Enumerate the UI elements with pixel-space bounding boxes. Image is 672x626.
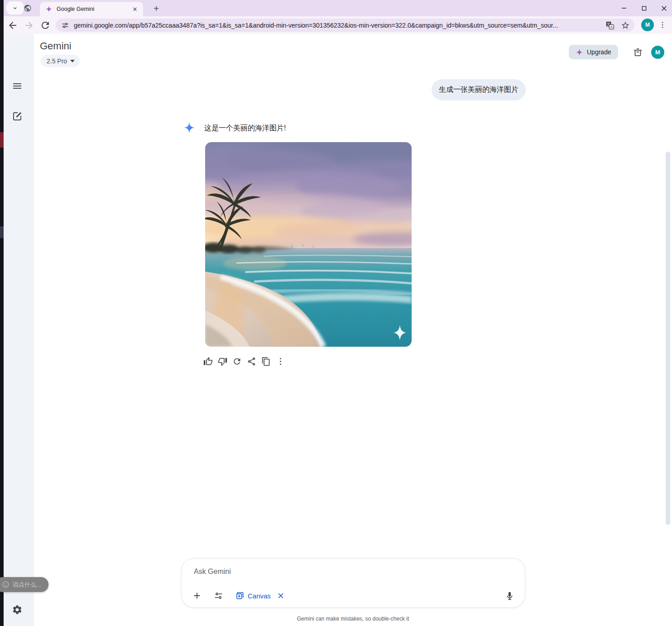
- ime-status-toast: 说点什么...: [0, 577, 48, 592]
- upgrade-label: Upgrade: [587, 48, 611, 56]
- app-title: Gemini: [40, 40, 72, 52]
- svg-text:A: A: [610, 25, 613, 29]
- canvas-remove-icon[interactable]: [277, 592, 285, 600]
- gemini-main: Gemini 2.5 Pro Upgrade M 生成一张美丽的海洋图片 这是一…: [34, 34, 672, 626]
- user-message-bubble: 生成一张美丽的海洋图片: [432, 79, 526, 100]
- disclaimer-text: Gemini can make mistakes, so double-chec…: [34, 616, 672, 622]
- mic-button[interactable]: [502, 588, 517, 603]
- browser-toolbar: gemini.google.com/app/b57a25ccaaa3487a?i…: [4, 16, 672, 34]
- model-reply-text: 这是一个美丽的海洋图片!: [204, 124, 286, 133]
- globe-tab-icon[interactable]: [24, 4, 32, 12]
- site-controls-icon[interactable]: [61, 21, 69, 29]
- forward-button[interactable]: [24, 20, 34, 31]
- canvas-label: Canvas: [248, 592, 271, 600]
- smiley-icon: [2, 581, 10, 588]
- composer-toolbar: Canvas: [190, 588, 517, 603]
- new-tab-button[interactable]: +: [150, 3, 162, 14]
- tools-button[interactable]: [211, 588, 226, 603]
- canvas-chip[interactable]: Canvas: [235, 591, 285, 600]
- maximize-button[interactable]: [639, 4, 648, 13]
- tab-strip: Google Gemini ✕ +: [4, 0, 672, 16]
- regenerate-button[interactable]: [232, 357, 242, 366]
- chevron-down-icon: [12, 5, 18, 11]
- scrollbar-thumb[interactable]: [666, 152, 670, 525]
- composer: Canvas: [181, 558, 525, 608]
- background-window-dim-mark: [0, 226, 4, 238]
- thumbs-up-button[interactable]: [203, 357, 213, 366]
- model-selector[interactable]: 2.5 Pro: [41, 55, 80, 67]
- url-text[interactable]: gemini.google.com/app/b57a25ccaaa3487a?i…: [74, 22, 599, 29]
- settings-gear-icon[interactable]: [12, 604, 23, 615]
- thumbs-down-button[interactable]: [218, 357, 227, 366]
- share-button[interactable]: [247, 357, 256, 366]
- new-chat-button[interactable]: [12, 111, 23, 122]
- browser-chrome: Google Gemini ✕ + gemini.google.com/app/…: [4, 0, 672, 34]
- url-bar[interactable]: gemini.google.com/app/b57a25ccaaa3487a?i…: [56, 19, 634, 32]
- prompt-input[interactable]: [194, 565, 511, 578]
- background-window-edge: [0, 0, 4, 626]
- gemini-sparkle-favicon: [45, 5, 53, 13]
- browser-profile-avatar[interactable]: M: [641, 19, 654, 31]
- window-controls: [619, 0, 668, 16]
- more-options-button[interactable]: [276, 357, 285, 366]
- add-attachment-button[interactable]: [190, 588, 204, 603]
- gemini-reply-sparkle-icon: [183, 122, 195, 134]
- background-window-red-mark: [0, 132, 4, 148]
- tab-close-icon[interactable]: ✕: [131, 5, 139, 13]
- translate-icon[interactable]: 文 A: [605, 21, 614, 30]
- ime-toast-text: 说点什么...: [13, 581, 41, 589]
- chat-history-icon[interactable]: [633, 47, 643, 57]
- tab-search-button[interactable]: [6, 1, 24, 14]
- chevron-down-icon: [70, 60, 75, 62]
- reload-button[interactable]: [40, 20, 51, 31]
- response-actions: [203, 357, 285, 366]
- gemini-sparkle-icon: [576, 48, 583, 56]
- minimize-button[interactable]: [619, 4, 629, 13]
- browser-menu-icon[interactable]: [658, 20, 667, 30]
- close-window-button[interactable]: [659, 4, 668, 13]
- account-avatar[interactable]: M: [651, 46, 664, 59]
- copy-button[interactable]: [261, 357, 271, 366]
- browser-tab-gemini[interactable]: Google Gemini ✕: [40, 2, 143, 16]
- upgrade-button[interactable]: Upgrade: [569, 45, 618, 59]
- generated-ocean-image[interactable]: [205, 142, 412, 347]
- gemini-sidebar: [4, 34, 34, 626]
- main-menu-button[interactable]: [12, 81, 23, 91]
- model-label: 2.5 Pro: [47, 57, 67, 65]
- bookmark-star-icon[interactable]: [621, 21, 630, 30]
- tab-title: Google Gemini: [57, 6, 131, 12]
- canvas-icon: [235, 591, 245, 600]
- back-button[interactable]: [7, 20, 18, 31]
